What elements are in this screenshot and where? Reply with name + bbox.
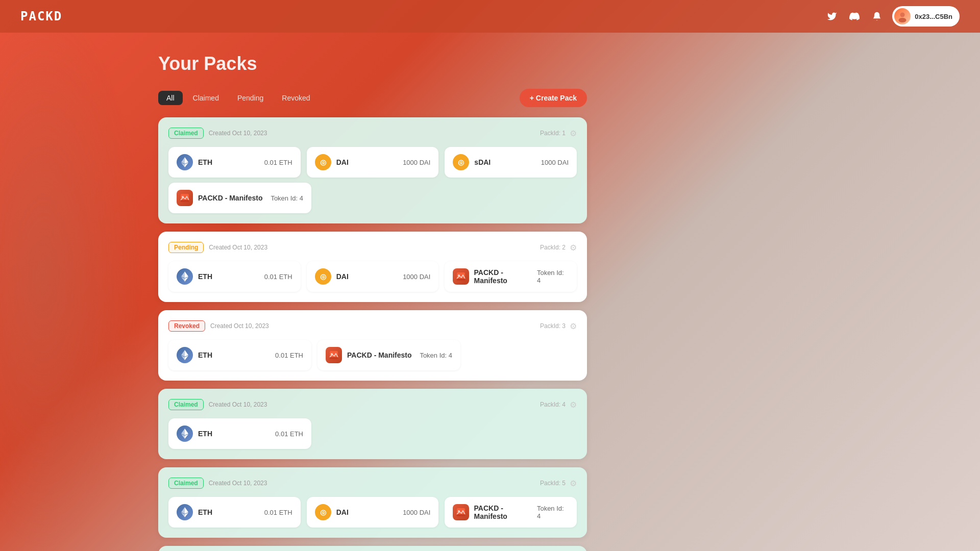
token-item: ETH 0.01 ETH: [168, 497, 301, 528]
wallet-address: 0x23...C5Bn: [915, 13, 952, 20]
token-left: ◎ sDAI: [453, 154, 491, 170]
eth-icon: [177, 154, 193, 170]
gear-icon[interactable]: ⚙: [570, 400, 577, 410]
token-grid: ETH 0.01 ETH ◎ DAI 1000 DAI ◎ sDAI: [168, 147, 577, 178]
token-name: ETH: [198, 158, 212, 166]
pack-id-label: PackId: 4: [540, 401, 566, 408]
pack-header: Pending Created Oct 10, 2023 PackId: 2 ⚙: [168, 242, 577, 253]
svg-marker-28: [185, 507, 188, 514]
svg-marker-10: [185, 271, 188, 278]
status-badge: Pending: [168, 242, 204, 253]
svg-marker-17: [185, 350, 188, 357]
token-name: ETH: [198, 272, 212, 281]
token-name: ETH: [198, 351, 212, 359]
tab-pending[interactable]: Pending: [229, 91, 272, 105]
token-name: sDAI: [474, 158, 491, 166]
filter-tabs: All Claimed Pending Revoked: [158, 91, 318, 105]
token-item: ETH 0.01 ETH: [168, 147, 301, 178]
svg-rect-14: [457, 279, 465, 281]
token-name: ETH: [198, 430, 212, 438]
gear-icon[interactable]: ⚙: [570, 243, 577, 253]
token-amount: Token Id: 4: [537, 505, 569, 520]
token-left: ◎ DAI: [315, 268, 349, 285]
eth-icon: [177, 504, 193, 520]
svg-rect-21: [330, 357, 338, 359]
gear-icon[interactable]: ⚙: [570, 479, 577, 488]
tab-claimed[interactable]: Claimed: [185, 91, 227, 105]
app-header: PACKD 0x23...: [0, 0, 980, 33]
token-left: ETH: [177, 268, 212, 285]
pack-card-5: Claimed Created Oct 10, 2023 PackId: 5 ⚙: [158, 467, 587, 538]
create-pack-button[interactable]: + Create Pack: [520, 89, 587, 107]
twitter-icon[interactable]: [825, 9, 839, 23]
dai-icon: ◎: [315, 268, 331, 285]
status-badge: Claimed: [168, 478, 204, 489]
tab-all[interactable]: All: [158, 91, 183, 105]
eth-icon: [177, 425, 193, 442]
svg-marker-24: [185, 429, 188, 435]
pack-header: Claimed Created Oct 10, 2023 PackId: 4 ⚙: [168, 399, 577, 410]
nft-icon: [453, 268, 469, 285]
status-badge: Claimed: [168, 128, 204, 139]
svg-point-0: [900, 13, 905, 17]
token-left: ◎ DAI: [315, 154, 349, 170]
token-item: PACKD - Manifesto Token Id: 4: [317, 340, 460, 370]
pack-header-right: PackId: 3 ⚙: [540, 321, 577, 331]
token-item: ETH 0.01 ETH: [168, 340, 311, 370]
discord-icon[interactable]: [847, 9, 862, 23]
token-grid: ETH 0.01 ETH PACKD - Manifesto Token Id:…: [168, 340, 577, 370]
token-item: PACKD - Manifesto Token Id: 4: [445, 261, 577, 292]
nft-icon: [326, 347, 342, 363]
background-figure: [0, 0, 143, 551]
token-grid: PACKD - Manifesto Token Id: 4: [168, 183, 577, 213]
pack-created: Created Oct 10, 2023: [209, 130, 267, 137]
token-amount: Token Id: 4: [271, 194, 303, 202]
token-left: ETH: [177, 425, 212, 442]
gear-icon[interactable]: ⚙: [570, 321, 577, 331]
pack-id-label: PackId: 5: [540, 480, 566, 487]
token-left: ETH: [177, 154, 212, 170]
token-name: DAI: [336, 158, 349, 166]
pack-created: Created Oct 10, 2023: [210, 322, 269, 330]
app-logo: PACKD: [20, 9, 62, 23]
svg-point-1: [899, 18, 906, 22]
token-item: ◎ DAI 1000 DAI: [307, 497, 439, 528]
svg-marker-16: [181, 350, 185, 357]
tab-revoked[interactable]: Revoked: [274, 91, 318, 105]
packs-container: Claimed Created Oct 10, 2023 PackId: 1 ⚙: [158, 117, 587, 551]
token-amount: 1000 DAI: [541, 159, 569, 166]
pack-created: Created Oct 10, 2023: [209, 401, 267, 408]
token-amount: Token Id: 4: [420, 352, 452, 359]
token-item: PACKD - Manifesto Token Id: 4: [445, 497, 577, 528]
svg-rect-7: [181, 200, 189, 202]
nft-icon: [453, 504, 469, 520]
token-name: PACKD - Manifesto: [474, 268, 537, 285]
pack-header-right: PackId: 4 ⚙: [540, 400, 577, 410]
wallet-badge[interactable]: 0x23...C5Bn: [892, 6, 960, 27]
status-badge: Claimed: [168, 399, 204, 410]
pack-card-2: Pending Created Oct 10, 2023 PackId: 2 ⚙: [158, 232, 587, 302]
pack-header-left: Claimed Created Oct 10, 2023: [168, 399, 267, 410]
token-grid: ETH 0.01 ETH ◎ DAI 1000 DAI: [168, 497, 577, 528]
pack-created: Created Oct 10, 2023: [209, 244, 267, 251]
token-item: ◎ sDAI 1000 DAI: [445, 147, 577, 178]
pack-created: Created Oct 10, 2023: [209, 480, 267, 487]
pack-header-left: Pending Created Oct 10, 2023: [168, 242, 267, 253]
token-amount: Token Id: 4: [537, 269, 569, 284]
svg-marker-27: [181, 507, 185, 514]
token-name: PACKD - Manifesto: [347, 351, 412, 359]
token-name: ETH: [198, 508, 212, 516]
token-amount: 1000 DAI: [403, 273, 430, 281]
filter-bar: All Claimed Pending Revoked + Create Pac…: [158, 89, 587, 107]
pack-card-6: Claimed Created Oct 10, 2023 PackId: 6 ⚙: [158, 546, 587, 551]
token-amount: 0.01 ETH: [275, 352, 303, 359]
token-item: ETH 0.01 ETH: [168, 261, 301, 292]
token-amount: 0.01 ETH: [264, 159, 292, 166]
token-left: PACKD - Manifesto: [326, 347, 412, 363]
token-name: PACKD - Manifesto: [198, 194, 263, 202]
token-grid: ETH 0.01 ETH: [168, 418, 577, 449]
notification-icon[interactable]: [870, 9, 884, 23]
gear-icon[interactable]: ⚙: [570, 129, 577, 138]
page-title: Your Packs: [158, 53, 587, 74]
pack-header-left: Claimed Created Oct 10, 2023: [168, 478, 267, 489]
